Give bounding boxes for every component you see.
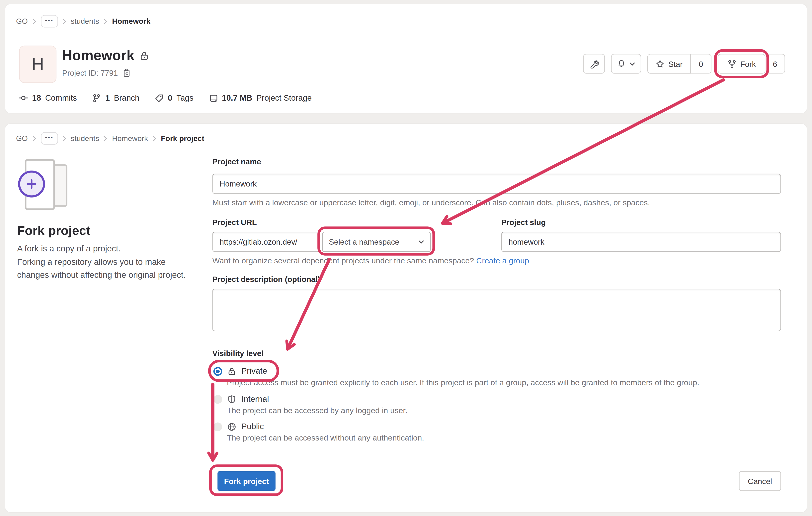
project-url-prefix: https://gitlab.ozon.dev/	[212, 232, 319, 252]
breadcrumb-root[interactable]: GO	[16, 17, 28, 26]
chevron-right-icon	[104, 18, 107, 24]
chevron-right-icon	[32, 136, 36, 141]
star-count[interactable]: 0	[691, 54, 712, 74]
project-name-label: Project name	[212, 157, 261, 166]
stat-tags[interactable]: 0Tags	[155, 93, 193, 103]
stat-commits[interactable]: 18Commits	[19, 93, 77, 103]
plus-circle-icon	[18, 170, 45, 197]
visibility-option-public[interactable]: Public	[213, 420, 264, 433]
notifications-button[interactable]	[611, 54, 641, 74]
chevron-right-icon	[32, 18, 36, 24]
namespace-hint: Want to organize several dependent proje…	[212, 256, 529, 265]
star-button-group: Star 0	[647, 54, 712, 74]
radio-private[interactable]	[213, 366, 222, 375]
breadcrumb-group[interactable]: students	[70, 17, 99, 26]
breadcrumb-ellipsis-button[interactable]: •••	[41, 132, 58, 144]
fork-section-heading: Fork project	[17, 224, 91, 238]
project-id: Project ID: 7791	[62, 69, 118, 77]
project-name-hint: Must start with a lowercase or uppercase…	[212, 198, 650, 208]
fork-project-submit-button[interactable]: Fork project	[218, 471, 276, 491]
page-title: Homework	[62, 48, 134, 64]
fork-button-group: Fork 6	[718, 54, 785, 74]
radio-public[interactable]	[213, 422, 222, 431]
breadcrumb-root[interactable]: GO	[16, 134, 28, 142]
globe-icon	[227, 422, 236, 431]
screenshot-root: GO ••• students Homework H Homework Proj…	[0, 0, 812, 516]
star-icon	[656, 59, 664, 68]
branch-icon	[92, 94, 101, 103]
chevron-right-icon	[104, 136, 107, 141]
fork-icon	[727, 59, 736, 68]
commit-icon	[19, 93, 28, 103]
copy-to-clipboard-icon[interactable]	[122, 69, 131, 77]
private-description: Project access must be granted explicitl…	[227, 378, 699, 387]
radio-internal[interactable]	[213, 395, 222, 404]
project-description-textarea[interactable]	[212, 289, 781, 331]
chevron-right-icon	[62, 18, 66, 24]
settings-wrench-button[interactable]	[583, 54, 605, 74]
project-slug-label: Project slug	[501, 218, 546, 226]
breadcrumb-ellipsis-button[interactable]: •••	[41, 15, 58, 27]
project-stats: 18Commits 1Branch 0Tags 10.7 MBProject S…	[19, 93, 312, 103]
public-description: The project can be accessed without any …	[227, 433, 424, 443]
namespace-select[interactable]: Select a namespace	[322, 232, 431, 252]
project-slug-input[interactable]: homework	[501, 232, 781, 252]
visibility-option-internal[interactable]: Internal	[213, 392, 269, 406]
chevron-down-icon	[418, 240, 424, 244]
fork-count[interactable]: 6	[765, 54, 785, 74]
project-header-panel: GO ••• students Homework H Homework Proj…	[5, 4, 807, 113]
disk-icon	[209, 94, 218, 103]
project-avatar: H	[19, 46, 56, 83]
fork-section-description: A fork is a copy of a project.Forking a …	[17, 242, 193, 282]
project-name-input[interactable]: Homework	[212, 174, 781, 194]
chevron-down-icon	[630, 62, 635, 65]
bell-icon	[617, 60, 626, 68]
fork-button[interactable]: Fork	[718, 54, 765, 74]
shield-icon	[227, 395, 236, 404]
visibility-option-private[interactable]: Private	[213, 364, 267, 378]
project-title-block: Homework Project ID: 7791	[62, 48, 149, 77]
star-button[interactable]: Star	[647, 54, 691, 74]
lock-icon	[139, 51, 149, 60]
wrench-icon	[589, 59, 598, 68]
breadcrumb-group[interactable]: students	[70, 134, 99, 142]
stat-branches[interactable]: 1Branch	[92, 93, 140, 103]
project-url-label: Project URL	[212, 218, 257, 226]
lock-icon	[227, 366, 236, 375]
create-group-link[interactable]: Create a group	[476, 256, 529, 265]
cancel-button[interactable]: Cancel	[739, 471, 781, 491]
chevron-right-icon	[153, 136, 156, 141]
breadcrumb-project[interactable]: Homework	[112, 134, 148, 142]
tag-icon	[155, 94, 164, 103]
stat-storage[interactable]: 10.7 MBProject Storage	[209, 93, 312, 103]
breadcrumb: GO ••• students Homework	[16, 15, 150, 27]
breadcrumb-current[interactable]: Fork project	[161, 134, 204, 142]
chevron-right-icon	[62, 136, 66, 141]
internal-description: The project can be accessed by any logge…	[227, 406, 407, 415]
project-description-label: Project description (optional)	[212, 275, 320, 283]
breadcrumb-fork-page: GO ••• students Homework Fork project	[16, 132, 204, 144]
breadcrumb-current[interactable]: Homework	[112, 17, 150, 26]
fork-project-panel: GO ••• students Homework Fork project Fo…	[5, 124, 807, 512]
visibility-level-label: Visibility level	[212, 349, 264, 358]
project-action-buttons: Star 0 Fork 6	[583, 54, 785, 74]
